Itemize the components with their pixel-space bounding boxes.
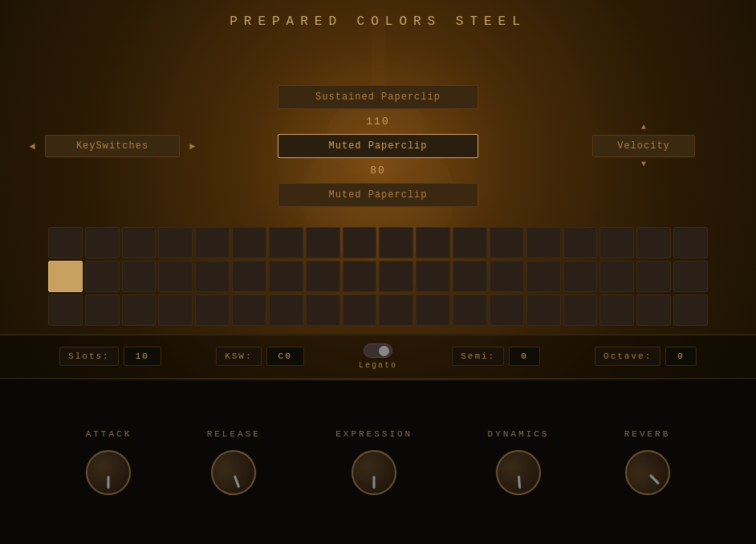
knob-expression[interactable] (352, 450, 396, 495)
dropdown-item-2-selected[interactable]: Muted Paperclip (278, 134, 478, 158)
pad[interactable] (379, 227, 413, 258)
pad[interactable] (600, 227, 634, 258)
dropdown-value-2: 80 (370, 163, 386, 178)
pad[interactable] (232, 227, 266, 258)
knob-label-expression: Expression (335, 429, 413, 439)
pad[interactable] (563, 227, 598, 258)
pad[interactable] (195, 261, 230, 292)
pad[interactable] (48, 261, 83, 292)
pads-grid (48, 227, 708, 326)
pad[interactable] (269, 294, 303, 326)
pad[interactable] (600, 294, 634, 326)
pad[interactable] (636, 227, 671, 258)
dropdown-item-1[interactable]: Sustained Paperclip (278, 85, 478, 109)
pad[interactable] (673, 294, 708, 326)
pad[interactable] (232, 261, 266, 292)
velocity-arrow-down[interactable]: ▼ (641, 160, 646, 168)
pad[interactable] (122, 294, 156, 326)
pad[interactable] (269, 227, 303, 258)
nav-left-arrow[interactable]: ◄ (24, 137, 40, 155)
pad[interactable] (379, 294, 413, 326)
knob-group-dynamics: Dynamics (488, 429, 550, 495)
ksw-group: KSW: C0 (216, 347, 304, 366)
knob-label-attack: Attack (86, 429, 132, 439)
pad[interactable] (416, 227, 450, 258)
dropdown-value-1: 110 (366, 114, 389, 129)
knob-dynamics[interactable] (494, 449, 543, 497)
knob-reverb[interactable] (616, 440, 679, 504)
knob-release[interactable] (205, 444, 262, 501)
pad[interactable] (416, 294, 450, 326)
pad[interactable] (158, 294, 193, 326)
knob-group-release: Release (207, 429, 261, 495)
pad[interactable] (343, 261, 377, 292)
semi-label: Semi: (452, 347, 504, 366)
pad[interactable] (343, 294, 377, 326)
knob-group-expression: Expression (335, 429, 413, 495)
pad[interactable] (490, 294, 524, 326)
pad[interactable] (563, 294, 598, 326)
pad[interactable] (48, 227, 83, 258)
velocity-label[interactable]: Velocity (592, 135, 695, 157)
pad[interactable] (379, 261, 413, 292)
pad[interactable] (526, 261, 561, 292)
toggle-knob (379, 346, 389, 356)
knob-label-reverb: Reverb (624, 429, 671, 439)
pad[interactable] (563, 261, 598, 292)
keyswitches-label[interactable]: KeySwitches (45, 135, 180, 157)
pad[interactable] (673, 227, 708, 258)
legato-group: Legato (359, 343, 397, 370)
pad[interactable] (490, 227, 524, 258)
dropdown-item-3[interactable]: Muted Paperclip (278, 183, 478, 207)
ksw-value[interactable]: C0 (266, 347, 304, 366)
pad[interactable] (122, 261, 156, 292)
pad[interactable] (526, 227, 561, 258)
legato-label: Legato (359, 361, 397, 370)
pad[interactable] (85, 261, 120, 292)
pad[interactable] (600, 261, 634, 292)
main-container: PREPARED COLORS STEEL ◄ KeySwitches ► Su… (0, 0, 756, 544)
pad[interactable] (526, 294, 561, 326)
pad[interactable] (490, 261, 524, 292)
knob-group-reverb: Reverb (624, 429, 671, 495)
pad[interactable] (85, 294, 120, 326)
pad[interactable] (85, 227, 120, 258)
slots-value[interactable]: 10 (124, 347, 161, 366)
pad[interactable] (636, 294, 671, 326)
nav-right-arrow[interactable]: ► (185, 137, 201, 155)
pad[interactable] (636, 261, 671, 292)
pad[interactable] (48, 294, 83, 326)
pad[interactable] (416, 261, 450, 292)
pad[interactable] (453, 294, 487, 326)
content: PREPARED COLORS STEEL ◄ KeySwitches ► Su… (0, 0, 756, 544)
knobs-section: AttackReleaseExpressionDynamicsReverb (0, 380, 756, 544)
slots-group: Slots: 10 (59, 347, 161, 366)
pad[interactable] (306, 227, 340, 258)
pad[interactable] (343, 227, 377, 258)
pad[interactable] (673, 261, 708, 292)
velocity-arrow-up[interactable]: ▲ (641, 124, 646, 132)
pad[interactable] (453, 227, 487, 258)
knob-label-dynamics: Dynamics (488, 429, 550, 439)
octave-label: Octave: (595, 347, 660, 366)
right-velocity: ▲ Velocity ▼ (555, 124, 732, 168)
pad[interactable] (158, 261, 193, 292)
ksw-label: KSW: (216, 347, 261, 366)
semi-group: Semi: 0 (452, 347, 540, 366)
pad[interactable] (195, 227, 230, 258)
pad[interactable] (122, 227, 156, 258)
pad[interactable] (306, 261, 340, 292)
pad[interactable] (269, 261, 303, 292)
center-dropdown: Sustained Paperclip 110 Muted Paperclip … (201, 85, 555, 207)
octave-value[interactable]: 0 (665, 347, 697, 366)
legato-toggle[interactable] (364, 343, 392, 358)
pad[interactable] (195, 294, 230, 326)
knob-attack[interactable] (86, 450, 131, 495)
pads-section (0, 215, 756, 334)
pad[interactable] (306, 294, 340, 326)
pad[interactable] (232, 294, 266, 326)
page-title: PREPARED COLORS STEEL (0, 0, 756, 37)
semi-value[interactable]: 0 (509, 347, 540, 366)
pad[interactable] (158, 227, 193, 258)
pad[interactable] (453, 261, 487, 292)
